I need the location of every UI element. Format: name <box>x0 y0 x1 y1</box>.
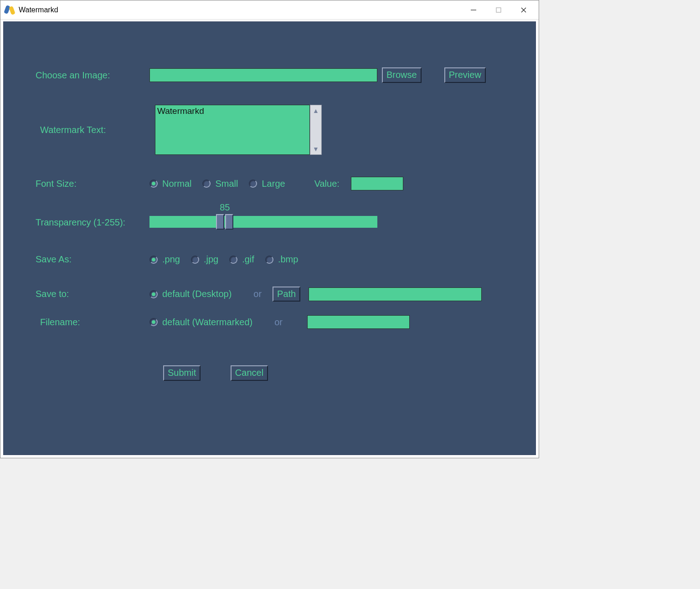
cancel-button[interactable]: Cancel <box>231 365 268 381</box>
filename-radio-default[interactable]: default (Watermarked) <box>149 317 252 328</box>
transparency-value: 85 <box>220 202 230 213</box>
transparency-label: Transparency (1-255): <box>36 217 149 228</box>
choose-image-label: Choose an Image: <box>36 70 149 81</box>
font-size-label: Font Size: <box>36 179 149 189</box>
maximize-button[interactable] <box>486 0 511 20</box>
save-as-radio-jpg[interactable]: .jpg <box>191 254 218 265</box>
save-to-label: Save to: <box>36 289 149 299</box>
path-button[interactable]: Path <box>273 287 300 302</box>
filename-or-label: or <box>274 317 283 328</box>
titlebar: Watermarkd <box>0 0 539 20</box>
minimize-button[interactable] <box>461 0 486 20</box>
save-as-radio-gif[interactable]: .gif <box>229 254 254 265</box>
close-button[interactable] <box>511 0 536 20</box>
filename-label: Filename: <box>36 317 149 328</box>
watermark-text-input[interactable] <box>155 105 310 155</box>
svg-rect-1 <box>496 8 501 12</box>
scroll-up-icon[interactable]: ▲ <box>313 107 319 114</box>
font-size-radio-large[interactable]: Large <box>249 179 285 189</box>
save-to-or-label: or <box>253 289 262 299</box>
app-window: Watermarkd Choose an Image: Browse Prev <box>0 0 539 458</box>
font-size-radio-small[interactable]: Small <box>202 179 238 189</box>
save-to-radio-default[interactable]: default (Desktop) <box>149 289 232 299</box>
save-as-label: Save As: <box>36 254 149 265</box>
transparency-slider[interactable]: 85 <box>149 212 377 232</box>
window-controls <box>461 0 536 20</box>
save-as-radio-bmp[interactable]: .bmp <box>265 254 298 265</box>
image-path-input[interactable] <box>149 68 377 82</box>
submit-button[interactable]: Submit <box>163 365 201 381</box>
font-size-value-input[interactable] <box>351 177 403 190</box>
scroll-down-icon[interactable]: ▼ <box>313 145 319 153</box>
save-as-radio-png[interactable]: .png <box>149 254 180 265</box>
save-to-path-input[interactable] <box>309 287 482 301</box>
watermark-text-label: Watermark Text: <box>36 125 149 135</box>
python-icon <box>5 5 14 15</box>
transparency-slider-thumb[interactable] <box>216 214 234 230</box>
browse-button[interactable]: Browse <box>382 67 422 83</box>
font-size-radio-normal[interactable]: Normal <box>149 179 191 189</box>
window-title: Watermarkd <box>19 6 58 14</box>
watermark-text-scroll[interactable]: ▲ ▼ <box>310 105 322 155</box>
font-size-value-label: Value: <box>314 179 340 189</box>
preview-button[interactable]: Preview <box>444 67 486 83</box>
form-area: Choose an Image: Browse Preview Watermar… <box>3 21 536 455</box>
filename-custom-input[interactable] <box>307 315 410 329</box>
